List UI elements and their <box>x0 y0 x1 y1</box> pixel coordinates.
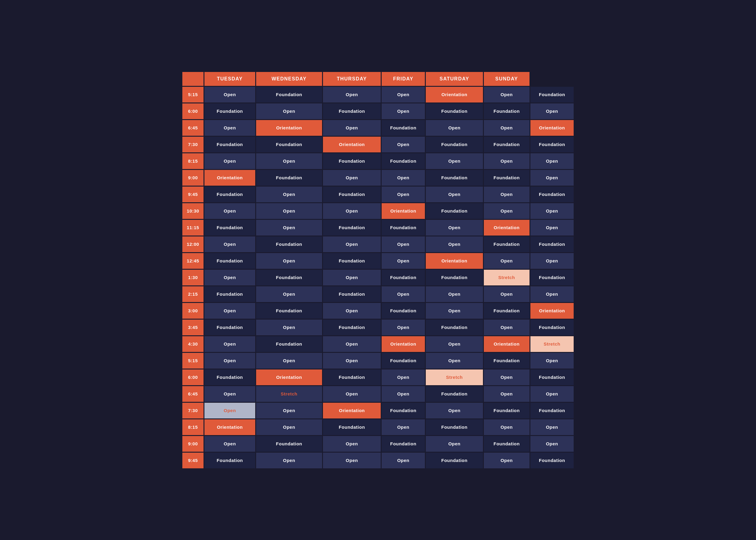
schedule-cell[interactable]: Orientation <box>484 336 529 352</box>
schedule-cell[interactable]: Foundation <box>323 320 381 335</box>
schedule-cell[interactable]: Foundation <box>205 137 255 152</box>
schedule-cell[interactable]: Open <box>323 336 381 352</box>
schedule-cell[interactable]: Open <box>426 220 483 235</box>
schedule-cell[interactable]: Open <box>205 120 255 136</box>
schedule-cell[interactable]: Foundation <box>323 103 381 119</box>
schedule-cell[interactable]: Foundation <box>323 419 381 435</box>
schedule-cell[interactable]: Open <box>256 286 322 302</box>
schedule-cell[interactable]: Open <box>256 353 322 368</box>
schedule-cell[interactable]: Open <box>426 303 483 319</box>
schedule-cell[interactable]: Foundation <box>381 220 425 235</box>
schedule-cell[interactable]: Open <box>381 187 425 202</box>
schedule-cell[interactable]: Open <box>530 436 574 452</box>
schedule-cell[interactable]: Open <box>256 403 322 418</box>
schedule-cell[interactable]: Open <box>205 203 255 219</box>
schedule-cell[interactable]: Open <box>381 253 425 269</box>
schedule-cell[interactable]: Open <box>530 153 574 169</box>
schedule-cell[interactable]: Foundation <box>256 170 322 186</box>
schedule-cell[interactable]: Foundation <box>256 436 322 452</box>
schedule-cell[interactable]: Open <box>323 203 381 219</box>
schedule-cell[interactable]: Foundation <box>426 320 483 335</box>
schedule-cell[interactable]: Foundation <box>484 353 529 368</box>
schedule-cell[interactable]: Foundation <box>256 87 322 102</box>
schedule-cell[interactable]: Foundation <box>205 103 255 119</box>
schedule-cell[interactable]: Open <box>323 270 381 285</box>
schedule-cell[interactable]: Open <box>381 103 425 119</box>
schedule-cell[interactable]: Orientation <box>426 87 483 102</box>
schedule-cell[interactable]: Open <box>426 436 483 452</box>
schedule-cell[interactable]: Open <box>323 353 381 368</box>
schedule-cell[interactable]: Foundation <box>530 270 574 285</box>
schedule-cell[interactable]: Open <box>256 220 322 235</box>
schedule-cell[interactable]: Open <box>484 453 529 468</box>
schedule-cell[interactable]: Foundation <box>205 187 255 202</box>
schedule-cell[interactable]: Open <box>426 153 483 169</box>
schedule-cell[interactable]: Orientation <box>205 419 255 435</box>
schedule-cell[interactable]: Open <box>530 170 574 186</box>
schedule-cell[interactable]: Open <box>256 419 322 435</box>
schedule-cell[interactable]: Foundation <box>484 436 529 452</box>
schedule-cell[interactable]: Open <box>256 453 322 468</box>
schedule-cell[interactable]: Foundation <box>426 386 483 402</box>
schedule-cell[interactable]: Foundation <box>381 353 425 368</box>
schedule-cell[interactable]: Foundation <box>426 453 483 468</box>
schedule-cell[interactable]: Foundation <box>530 137 574 152</box>
schedule-cell[interactable]: Orientation <box>256 120 322 136</box>
schedule-cell[interactable]: Open <box>426 187 483 202</box>
schedule-cell[interactable]: Open <box>381 87 425 102</box>
schedule-cell[interactable]: Open <box>205 153 255 169</box>
schedule-cell[interactable]: Open <box>381 453 425 468</box>
schedule-cell[interactable]: Open <box>323 303 381 319</box>
schedule-cell[interactable]: Open <box>484 320 529 335</box>
schedule-cell[interactable]: Foundation <box>205 220 255 235</box>
schedule-cell[interactable]: Foundation <box>530 236 574 252</box>
schedule-cell[interactable]: Orientation <box>381 336 425 352</box>
schedule-cell[interactable]: Foundation <box>484 236 529 252</box>
schedule-cell[interactable]: Foundation <box>530 369 574 385</box>
schedule-cell[interactable]: Foundation <box>426 270 483 285</box>
schedule-cell[interactable]: Open <box>530 220 574 235</box>
schedule-cell[interactable]: Foundation <box>530 87 574 102</box>
schedule-cell[interactable]: Open <box>484 369 529 385</box>
schedule-cell[interactable]: Open <box>381 386 425 402</box>
schedule-cell[interactable]: Open <box>205 236 255 252</box>
schedule-cell[interactable]: Foundation <box>426 419 483 435</box>
schedule-cell[interactable]: Open <box>256 320 322 335</box>
schedule-cell[interactable]: Foundation <box>323 187 381 202</box>
schedule-cell[interactable]: Open <box>205 386 255 402</box>
schedule-cell[interactable]: Open <box>205 270 255 285</box>
schedule-cell[interactable]: Open <box>484 120 529 136</box>
schedule-cell[interactable]: Open <box>530 419 574 435</box>
schedule-cell[interactable]: Foundation <box>205 286 255 302</box>
schedule-cell[interactable]: Orientation <box>205 170 255 186</box>
schedule-cell[interactable]: Orientation <box>426 253 483 269</box>
schedule-cell[interactable]: Open <box>323 120 381 136</box>
schedule-cell[interactable]: Foundation <box>530 403 574 418</box>
schedule-cell[interactable]: Foundation <box>381 436 425 452</box>
schedule-cell[interactable]: Open <box>323 170 381 186</box>
schedule-cell[interactable]: Open <box>323 236 381 252</box>
schedule-cell[interactable]: Open <box>484 253 529 269</box>
schedule-cell[interactable]: Foundation <box>323 153 381 169</box>
schedule-cell[interactable]: Foundation <box>205 320 255 335</box>
schedule-cell[interactable]: Open <box>484 187 529 202</box>
schedule-cell[interactable]: Orientation <box>323 137 381 152</box>
schedule-cell[interactable]: Foundation <box>323 220 381 235</box>
schedule-cell[interactable]: Open <box>484 386 529 402</box>
schedule-cell[interactable]: Orientation <box>530 303 574 319</box>
schedule-cell[interactable]: Open <box>426 403 483 418</box>
schedule-cell[interactable]: Foundation <box>484 170 529 186</box>
schedule-cell[interactable]: Foundation <box>205 369 255 385</box>
schedule-cell[interactable]: Open <box>381 170 425 186</box>
schedule-cell[interactable]: Open <box>381 236 425 252</box>
schedule-cell[interactable]: Foundation <box>484 303 529 319</box>
schedule-cell[interactable]: Open <box>256 153 322 169</box>
schedule-cell[interactable]: Foundation <box>256 303 322 319</box>
schedule-cell[interactable]: Open <box>381 286 425 302</box>
schedule-cell[interactable]: Open <box>256 253 322 269</box>
schedule-cell[interactable]: Open <box>205 336 255 352</box>
schedule-cell[interactable]: Open <box>381 320 425 335</box>
schedule-cell[interactable]: Open <box>323 436 381 452</box>
schedule-cell[interactable]: Orientation <box>484 220 529 235</box>
schedule-cell[interactable]: Foundation <box>426 170 483 186</box>
